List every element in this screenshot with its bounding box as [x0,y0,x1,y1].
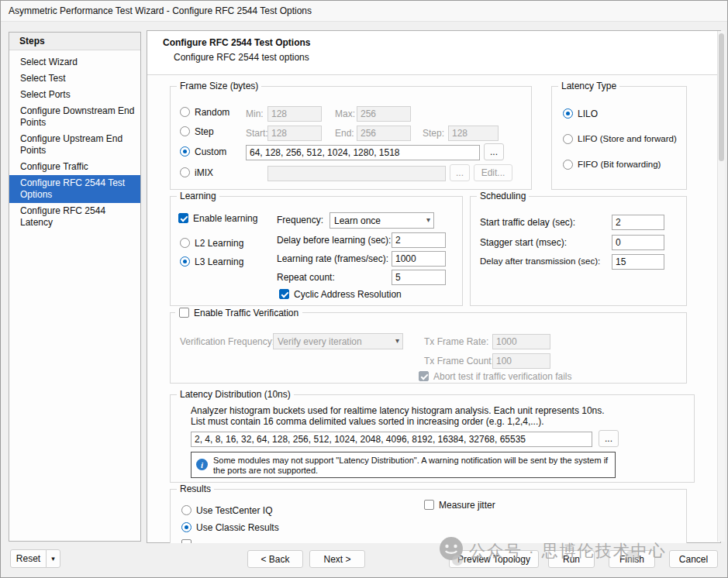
latency-distribution-input[interactable] [191,432,592,447]
steps-panel: Steps Select Wizard Select Test Select P… [9,32,141,542]
cyclic-address-label: Cyclic Address Resolution [294,289,402,300]
cyclic-address-checkbox[interactable] [279,289,289,299]
fifo-label: FIFO (Bit forwarding) [578,160,661,169]
frame-size-random-label: Random [195,107,229,118]
verification-frequency-value: Verify every iteration [278,336,362,347]
frame-size-random-radio[interactable] [180,107,190,117]
step-item-select-test[interactable]: Select Test [9,71,140,87]
max-input [357,106,411,122]
use-testcenter-iq-radio[interactable] [181,505,191,515]
steps-list: Select Wizard Select Test Select Ports C… [9,50,140,231]
latency-distribution-note: i Some modules may not support "Latency … [191,452,616,478]
frame-size-custom-label: Custom [195,146,226,157]
page-title: Configure RFC 2544 Test Options [163,37,310,48]
custom-sizes-input[interactable] [246,145,480,160]
steps-title: Steps [19,36,45,46]
verification-frequency-label: Verification Frequency: [180,336,274,347]
frame-size-imix-radio[interactable] [180,167,190,177]
enable-learning-label: Enable learning [193,213,257,224]
step-item-select-ports[interactable]: Select Ports [9,87,140,103]
reset-dropdown-button[interactable]: ▾ [46,549,60,568]
latency-distribution-group-title: Latency Distribution (10ns) [177,389,294,400]
frame-size-step-radio[interactable] [180,126,190,136]
frame-size-group: Frame Size (bytes) Random Min: Max: Step… [170,86,532,190]
imix-input [267,166,446,181]
step-item-configure-traffic[interactable]: Configure Traffic [9,159,140,175]
start-traffic-delay-label: Start traffic delay (sec): [480,217,575,228]
scrollbar-thumb[interactable] [719,33,724,161]
latency-type-group: Latency Type LILO LIFO (Store and forwar… [551,86,687,190]
step-item-rfc2544-options[interactable]: Configure RFC 2544 Test Options [9,175,140,203]
scheduling-group-title: Scheduling [477,191,529,201]
frequency-label: Frequency: [277,215,323,225]
step-item-select-wizard[interactable]: Select Wizard [9,54,140,71]
window-title: Asymmetric Performance Test Wizard - Con… [9,5,312,16]
learning-rate-input[interactable] [392,251,446,267]
start-traffic-delay-input[interactable] [612,215,664,230]
info-icon: i [196,459,208,470]
delay-after-transmission-input[interactable] [612,254,664,270]
latency-distribution-browse-button[interactable]: ... [599,430,619,447]
measure-jitter-checkbox[interactable] [424,500,434,510]
repeat-count-label: Repeat count: [277,272,335,283]
enable-traffic-verification-row: Enable Traffic Verification [175,306,302,319]
vertical-scrollbar[interactable] [717,31,725,542]
l3-learning-label: L3 Learning [195,256,243,267]
measure-jitter-label: Measure jitter [439,500,495,511]
min-label: Min: [246,108,264,119]
frequency-dropdown[interactable]: Learn once ▾ [329,212,434,229]
imix-edit-button: Edit... [474,164,512,181]
step-item-rfc2544-latency[interactable]: Configure RFC 2544 Latency [9,203,140,231]
title-bar: Asymmetric Performance Test Wizard - Con… [1,1,727,22]
enable-learning-checkbox[interactable] [178,213,188,223]
run-button[interactable]: Run [548,550,595,568]
results-group: Results Use TestCenter IQ Use Classic Re… [170,489,687,548]
lilo-label: LILO [578,108,598,119]
fifo-radio[interactable] [563,160,573,170]
abort-test-label: Abort test if traffic verification fails [433,371,572,382]
frame-size-step-label: Step [195,126,214,137]
learning-rate-label: Learning rate (frames/sec): [277,253,388,264]
use-testcenter-iq-label: Use TestCenter IQ [196,505,272,516]
l3-learning-radio[interactable] [180,256,190,267]
learning-group: Learning Enable learning L2 Learning L3 … [170,196,463,306]
learning-group-title: Learning [177,191,219,201]
preview-topology-button[interactable]: Preview Topology [449,550,539,568]
frame-size-imix-label: iMIX [195,167,213,178]
start-label: Start: [246,128,268,139]
frequency-value: Learn once [334,215,381,226]
tx-frame-count-input [492,353,550,369]
results-group-title: Results [177,483,214,494]
finish-button[interactable]: Finish [609,550,655,568]
delay-before-learning-input[interactable] [392,232,446,248]
frame-size-custom-radio[interactable] [180,146,190,157]
step-item-configure-upstream[interactable]: Configure Upstream End Points [9,131,140,159]
back-button[interactable]: < Back [247,550,303,568]
delay-before-learning-label: Delay before learning (sec): [277,235,391,246]
lifo-radio[interactable] [563,134,573,144]
enable-traffic-verification-checkbox[interactable] [179,308,189,318]
lifo-label: LIFO (Store and forward) [578,134,677,143]
cancel-button[interactable]: Cancel [669,550,718,568]
reset-button[interactable]: Reset [10,549,47,568]
custom-browse-button[interactable]: ... [484,143,504,160]
lilo-radio[interactable] [563,108,573,119]
stagger-start-input[interactable] [612,235,664,250]
tx-frame-rate-input [492,334,550,349]
end-label: End: [335,128,354,139]
frame-size-group-title: Frame Size (bytes) [177,81,261,91]
l2-learning-label: L2 Learning [195,238,243,249]
tx-frame-count-label: Tx Frame Count: [424,356,494,366]
step-input [448,126,499,141]
traffic-verification-group: Enable Traffic Verification Verification… [170,312,687,384]
l2-learning-radio[interactable] [180,238,190,248]
verification-frequency-dropdown: Verify every iteration ▾ [273,333,403,349]
step-item-configure-downstream[interactable]: Configure Downstream End Points [9,103,140,131]
step-field-label: Step: [423,128,444,139]
wizard-window: Asymmetric Performance Test Wizard - Con… [0,0,728,578]
use-classic-results-radio[interactable] [181,522,191,532]
next-button[interactable]: Next > [309,550,365,568]
footer-bar: Reset ▾ < Back Next > Preview Topology R… [1,543,728,578]
latency-distribution-desc1: Analyzer histogram buckets used for real… [191,405,605,416]
repeat-count-input[interactable] [392,270,446,285]
